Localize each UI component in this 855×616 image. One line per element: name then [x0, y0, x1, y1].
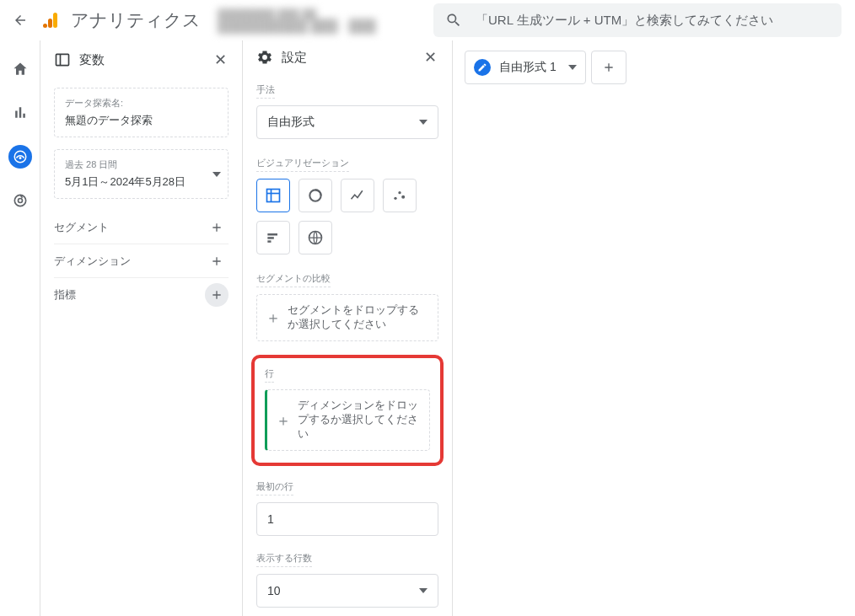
viz-geo-button[interactable]	[298, 221, 332, 254]
svg-point-4	[19, 157, 21, 159]
tab-bar: 自由形式 1	[465, 51, 843, 84]
show-rows-label: 表示する行数	[256, 552, 312, 567]
svg-rect-7	[56, 54, 69, 65]
analytics-logo-icon	[40, 10, 61, 30]
close-variables-button[interactable]: ✕	[210, 51, 230, 69]
dimensions-label: ディメンション	[54, 254, 131, 269]
svg-rect-16	[267, 233, 277, 236]
start-row-input[interactable]: 1	[256, 502, 438, 536]
segment-drop-text: セグメントをドロップするか選択してください	[288, 303, 429, 332]
settings-panel: 設定 ✕ 手法 自由形式 ビジュアリゼーション	[243, 40, 453, 616]
date-range-picker[interactable]: 過去 28 日間 5月1日～2024年5月28日	[54, 149, 229, 199]
chevron-down-icon	[568, 65, 577, 70]
rows-drop-text: ディメンションをドロップするか選択してください	[298, 399, 421, 442]
svg-point-2	[43, 24, 47, 28]
technique-value: 自由形式	[267, 115, 315, 130]
date-range-label: 過去 28 日間	[65, 158, 218, 171]
segment-drop-target[interactable]: ＋ セグメントをドロップするか選択してください	[256, 294, 438, 341]
show-rows-value: 10	[267, 584, 281, 597]
variables-title: 変数	[79, 52, 105, 68]
nav-home[interactable]	[8, 57, 32, 81]
chevron-down-icon	[419, 120, 428, 125]
date-range-value: 5月1日～2024年5月28日	[65, 174, 218, 190]
search-icon	[445, 12, 462, 29]
back-button[interactable]	[7, 7, 34, 34]
tab-freeform-1[interactable]: 自由形式 1	[465, 51, 586, 84]
variables-panel: 変数 ✕ データ探索名: 無題のデータ探索 過去 28 日間 5月1日～2024…	[40, 40, 243, 616]
visualization-options	[256, 179, 438, 254]
canvas-area: 自由形式 1	[453, 40, 855, 616]
svg-rect-0	[53, 13, 57, 28]
search-placeholder: 「URL 生成ツール + UTM」と検索してみてください	[476, 13, 773, 29]
svg-point-5	[14, 195, 25, 206]
nav-explore[interactable]	[8, 145, 32, 169]
svg-point-6	[18, 199, 22, 203]
chevron-down-icon	[212, 172, 221, 177]
rows-highlight: 行 ＋ ディメンションをドロップするか選択してください	[251, 355, 444, 466]
settings-title: 設定	[282, 50, 307, 66]
segments-label: セグメント	[54, 220, 109, 235]
exploration-name-label: データ探索名:	[65, 97, 218, 110]
exploration-name-field[interactable]: データ探索名: 無題のデータ探索	[54, 88, 229, 137]
svg-point-14	[398, 191, 401, 194]
technique-select[interactable]: 自由形式	[256, 105, 438, 139]
variables-icon	[54, 51, 71, 68]
segment-compare-label: セグメントの比較	[256, 272, 331, 287]
svg-rect-9	[267, 190, 280, 202]
add-dimension-button[interactable]	[205, 249, 229, 273]
segments-section: セグメント	[54, 211, 229, 244]
start-row-label: 最初の行	[256, 480, 293, 495]
show-rows-select[interactable]: 10	[256, 574, 438, 608]
viz-bar-button[interactable]	[256, 221, 290, 254]
viz-line-button[interactable]	[341, 179, 374, 212]
exploration-name-value: 無題のデータ探索	[65, 113, 218, 128]
svg-point-15	[401, 196, 405, 199]
product-title: アナリティクス	[71, 8, 201, 32]
dimensions-section: ディメンション	[54, 244, 229, 278]
plus-icon: ＋	[276, 410, 291, 431]
edit-icon	[474, 59, 491, 76]
chevron-down-icon	[419, 588, 428, 593]
search-bar[interactable]: 「URL 生成ツール + UTM」と検索してみてください	[433, 3, 842, 37]
metrics-label: 指標	[54, 287, 76, 303]
start-row-value: 1	[267, 512, 274, 526]
left-nav	[0, 40, 40, 616]
svg-rect-18	[267, 241, 271, 244]
close-settings-button[interactable]: ✕	[420, 48, 440, 67]
technique-label: 手法	[256, 83, 275, 99]
viz-scatter-button[interactable]	[383, 179, 417, 212]
viz-table-button[interactable]	[256, 179, 290, 212]
nav-reports[interactable]	[8, 101, 32, 125]
add-tab-button[interactable]	[591, 51, 626, 84]
add-segment-button[interactable]	[205, 216, 229, 239]
tab-label: 自由形式 1	[499, 60, 557, 75]
rows-drop-target[interactable]: ＋ ディメンションをドロップするか選択してください	[265, 389, 430, 451]
svg-point-13	[394, 197, 396, 200]
rows-label: 行	[265, 367, 274, 383]
nav-advertising[interactable]	[8, 189, 32, 212]
metrics-section: 指標	[54, 278, 229, 312]
add-metric-button[interactable]	[205, 283, 229, 307]
svg-rect-1	[48, 19, 52, 28]
viz-donut-button[interactable]	[298, 179, 332, 212]
property-breadcrumb[interactable]: ████████ ███ ██ ██████████ ███ - ███	[218, 7, 420, 34]
settings-icon	[256, 49, 273, 66]
app-header: アナリティクス ████████ ███ ██ ██████████ ███ -…	[0, 0, 855, 40]
svg-rect-17	[267, 238, 274, 240]
visualization-label: ビジュアリゼーション	[256, 157, 349, 172]
plus-icon: ＋	[266, 308, 281, 328]
